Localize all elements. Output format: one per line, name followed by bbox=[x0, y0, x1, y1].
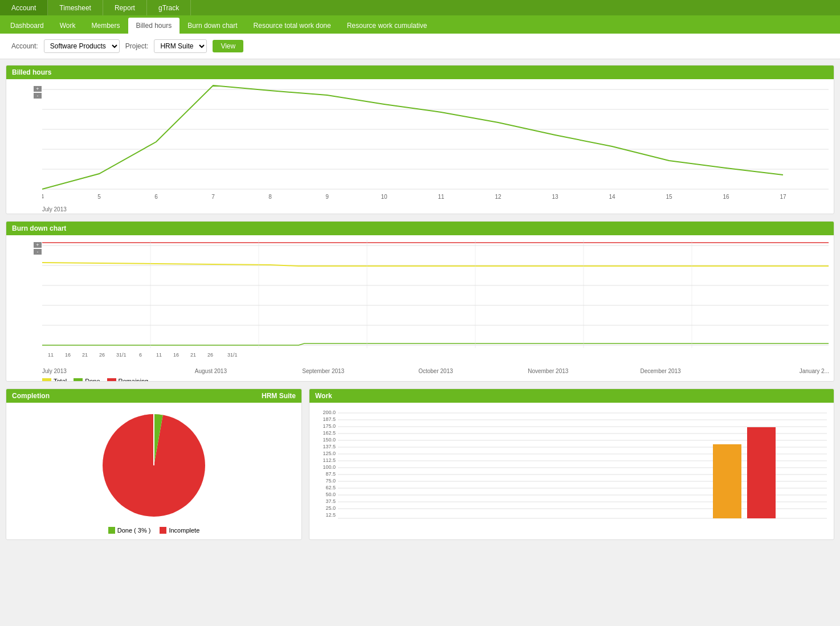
legend-total-color bbox=[42, 378, 51, 382]
svg-text:600: 600 bbox=[30, 283, 39, 289]
svg-text:100.0: 100.0 bbox=[323, 464, 336, 470]
filter-bar: Account: Software Products Project: HRM … bbox=[0, 34, 840, 59]
svg-text:0: 0 bbox=[36, 187, 39, 193]
work-header: Work bbox=[309, 389, 834, 403]
svg-text:150.0: 150.0 bbox=[323, 437, 336, 443]
tab-dashboard[interactable]: Dashboard bbox=[2, 18, 52, 34]
tab-resource-total[interactable]: Resource total work done bbox=[246, 18, 339, 34]
view-button[interactable]: View bbox=[213, 40, 243, 52]
svg-text:112.5: 112.5 bbox=[323, 457, 336, 463]
top-navigation: Account Timesheet Report gTrack bbox=[0, 0, 840, 15]
legend-done-color bbox=[74, 378, 83, 382]
burndown-legend: Total Done Remaining bbox=[11, 378, 829, 382]
completion-project: HRM Suite bbox=[262, 392, 296, 400]
legend-remaining-color bbox=[107, 378, 116, 382]
nav-gtrack[interactable]: gTrack bbox=[147, 0, 191, 15]
zoom-out-button[interactable]: - bbox=[34, 93, 42, 99]
svg-text:200: 200 bbox=[30, 323, 39, 329]
work-bar-orange bbox=[713, 444, 741, 518]
svg-text:17: 17 bbox=[780, 194, 786, 200]
pie-legend-done: Done ( 3% ) bbox=[108, 527, 151, 534]
burndown-zoom-out[interactable]: - bbox=[34, 249, 42, 255]
svg-text:75.0: 75.0 bbox=[325, 478, 336, 484]
legend-done-label: Done bbox=[85, 378, 100, 382]
svg-text:13: 13 bbox=[552, 194, 558, 200]
project-label: Project: bbox=[125, 42, 149, 50]
svg-text:4: 4 bbox=[36, 147, 39, 153]
billed-hours-body: + - 0 2 4 6 8 10 bbox=[6, 79, 834, 214]
svg-text:62.5: 62.5 bbox=[325, 485, 336, 490]
svg-text:26: 26 bbox=[207, 352, 213, 358]
svg-text:21: 21 bbox=[190, 352, 196, 358]
completion-header: Completion HRM Suite bbox=[6, 389, 301, 403]
account-label: Account: bbox=[11, 42, 38, 50]
svg-text:11: 11 bbox=[438, 194, 445, 200]
tab-work[interactable]: Work bbox=[52, 18, 84, 34]
burndown-body: + - 0 200 400 600 800 1000 bbox=[6, 235, 834, 381]
svg-text:6: 6 bbox=[139, 352, 142, 358]
svg-text:8: 8 bbox=[268, 194, 272, 200]
work-chart: 200.0 187.5 175.0 162.5 150.0 137.5 125.… bbox=[309, 403, 834, 528]
burndown-zoom-in[interactable]: + bbox=[34, 242, 42, 248]
billed-hours-panel: Billed hours + - 0 2 4 6 bbox=[6, 65, 834, 214]
svg-text:31/1: 31/1 bbox=[227, 352, 238, 358]
legend-total-label: Total bbox=[54, 378, 67, 382]
billed-hours-svg: 0 2 4 6 8 10 4 5 6 7 8 9 10 11 bbox=[11, 84, 829, 203]
svg-text:162.5: 162.5 bbox=[323, 430, 336, 436]
svg-text:400: 400 bbox=[30, 303, 39, 309]
svg-text:12: 12 bbox=[495, 194, 501, 200]
pie-done-color bbox=[108, 527, 115, 534]
main-content: Billed hours + - 0 2 4 6 bbox=[0, 65, 840, 546]
bottom-panels: Completion HRM Suite bbox=[6, 388, 834, 540]
tab-members[interactable]: Members bbox=[84, 18, 128, 34]
svg-text:11: 11 bbox=[48, 352, 54, 358]
svg-text:16: 16 bbox=[723, 194, 729, 200]
svg-text:800: 800 bbox=[30, 263, 39, 269]
billed-hours-chart: + - 0 2 4 6 8 10 bbox=[11, 84, 829, 209]
svg-text:6: 6 bbox=[36, 127, 39, 133]
work-title: Work bbox=[315, 392, 332, 400]
completion-title: Completion bbox=[12, 392, 50, 400]
burndown-header: Burn down chart bbox=[6, 222, 834, 235]
svg-text:7: 7 bbox=[211, 194, 215, 200]
svg-text:50.0: 50.0 bbox=[325, 492, 336, 497]
svg-text:10: 10 bbox=[381, 194, 388, 200]
pie-legend-incomplete: Incomplete bbox=[160, 527, 199, 534]
account-select[interactable]: Software Products bbox=[44, 39, 120, 53]
burndown-svg: 0 200 400 600 800 1000 bbox=[11, 240, 829, 365]
nav-account[interactable]: Account bbox=[0, 0, 48, 15]
work-bar-red bbox=[747, 427, 776, 518]
project-select[interactable]: HRM Suite bbox=[154, 39, 207, 53]
pie-chart-svg bbox=[85, 408, 222, 522]
nav-timesheet[interactable]: Timesheet bbox=[48, 0, 103, 15]
svg-text:187.5: 187.5 bbox=[323, 416, 336, 422]
zoom-in-button[interactable]: + bbox=[34, 86, 42, 92]
work-svg: 200.0 187.5 175.0 162.5 150.0 137.5 125.… bbox=[314, 407, 829, 521]
burndown-chart: + - 0 200 400 600 800 1000 bbox=[11, 240, 829, 377]
pie-container: Done ( 3% ) Incomplete bbox=[6, 403, 301, 539]
pie-incomplete-color bbox=[160, 527, 166, 534]
tab-burn-down[interactable]: Burn down chart bbox=[180, 18, 245, 34]
svg-text:16: 16 bbox=[65, 352, 71, 358]
svg-text:125.0: 125.0 bbox=[323, 451, 336, 456]
svg-text:16: 16 bbox=[173, 352, 179, 358]
svg-text:8: 8 bbox=[36, 107, 39, 113]
svg-text:15: 15 bbox=[666, 194, 672, 200]
svg-text:0: 0 bbox=[36, 343, 39, 349]
svg-text:6: 6 bbox=[154, 194, 158, 200]
pie-incomplete-label: Incomplete bbox=[169, 527, 199, 534]
svg-text:137.5: 137.5 bbox=[323, 444, 336, 449]
svg-text:200.0: 200.0 bbox=[323, 410, 336, 415]
burndown-panel: Burn down chart + - 0 200 400 600 bbox=[6, 221, 834, 382]
svg-text:25.0: 25.0 bbox=[325, 505, 336, 511]
svg-text:11: 11 bbox=[156, 352, 162, 358]
pie-done-label: Done ( 3% ) bbox=[117, 527, 151, 534]
svg-text:5: 5 bbox=[97, 194, 101, 200]
tab-billed-hours[interactable]: Billed hours bbox=[128, 18, 180, 34]
svg-text:175.0: 175.0 bbox=[323, 423, 336, 429]
svg-text:9: 9 bbox=[325, 194, 329, 200]
svg-text:12.5: 12.5 bbox=[325, 512, 336, 518]
nav-report[interactable]: Report bbox=[103, 0, 147, 15]
tab-resource-cumulative[interactable]: Resource work cumulative bbox=[339, 18, 435, 34]
pie-legend: Done ( 3% ) Incomplete bbox=[108, 527, 200, 534]
